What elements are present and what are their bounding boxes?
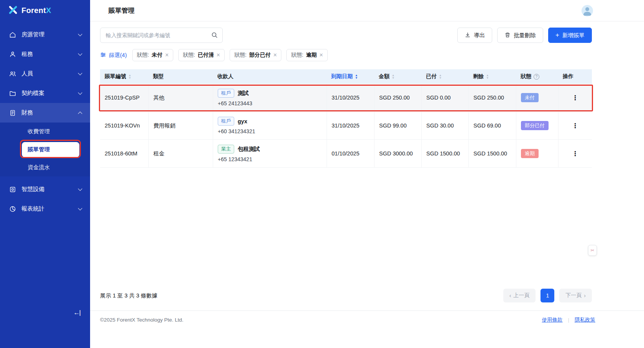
chip-value: 部分已付 (249, 52, 271, 59)
table-row[interactable]: 251018-60tM 租金 業主 包租測試 +65 12343421 01/1… (100, 140, 592, 168)
bulk-delete-button[interactable]: 批量刪除 (497, 28, 543, 43)
sidebar-item-leasing[interactable]: 租務 (0, 44, 90, 64)
prev-page-button[interactable]: ‹ 上一頁 (503, 289, 536, 302)
table-header: 賬單編號 ▲▼ 類型 收款人 到期日期 ▲▼ 金額 ▲▼ 已付 ▲▼ 剩餘 ▲▼ (100, 69, 592, 84)
floating-clip-button[interactable]: ✂ (588, 245, 597, 256)
cell-remaining: SGD 1500.00 (468, 140, 516, 167)
payee-name: 測試 (238, 90, 249, 97)
payee-phone: +65 24123443 (218, 100, 252, 106)
search-input[interactable] (100, 28, 223, 43)
page-1-button[interactable]: 1 (540, 289, 554, 302)
row-actions-button[interactable]: ⋮ (572, 122, 578, 130)
bills-table: 賬單編號 ▲▼ 類型 收款人 到期日期 ▲▼ 金額 ▲▼ 已付 ▲▼ 剩餘 ▲▼ (100, 69, 592, 168)
sidebar-item-label: 房源管理 (21, 31, 73, 38)
help-icon[interactable]: ? (534, 74, 539, 80)
sidebar-group-finance: 財務 收費管理 賬單管理 資金流水 (0, 103, 90, 176)
column-header-actions: 操作 (558, 69, 592, 84)
sidebar-item-people[interactable]: 人員 (0, 64, 90, 83)
brand-logo[interactable]: ForentX (0, 0, 90, 21)
pagination: 展示 1 至 3 共 3 條數據 ‹ 上一頁 1 下一頁 › (100, 287, 592, 304)
cell-payee: 租戶 gyx +60 341234321 (213, 112, 327, 139)
sidebar-subitem-label: 收費管理 (28, 128, 50, 135)
close-icon[interactable]: × (319, 52, 323, 58)
row-actions-button[interactable]: ⋮ (572, 94, 578, 102)
divider: | (568, 317, 569, 323)
cell-paid: SGD 30.00 (421, 112, 468, 139)
chevron-down-icon (78, 51, 82, 56)
payee-phone: +65 12343421 (218, 156, 252, 162)
column-header-paid[interactable]: 已付 ▲▼ (421, 69, 468, 84)
column-header-payee: 收款人 (213, 69, 327, 84)
next-page-button[interactable]: 下一頁 › (559, 289, 592, 302)
column-header-due-date[interactable]: 到期日期 ▲▼ (327, 69, 374, 84)
cell-payee: 業主 包租測試 +65 12343421 (213, 140, 327, 167)
column-header-bill-no[interactable]: 賬單編號 ▲▼ (100, 69, 148, 84)
status-badge: 逾期 (521, 149, 539, 158)
sidebar-item-finance[interactable]: 財務 (0, 103, 90, 123)
sidebar-item-label: 智慧設備 (21, 186, 73, 193)
device-icon (9, 186, 16, 193)
sidebar-item-reports[interactable]: 報表統計 (0, 199, 90, 219)
filter-button[interactable]: 篩選(4) (100, 52, 127, 59)
sidebar-subitem-label: 賬單管理 (28, 146, 50, 153)
document-icon (9, 109, 16, 116)
table-row[interactable]: 251019-KOVn 費用報銷 租戶 gyx +60 341234321 31… (100, 112, 592, 140)
cell-paid: SGD 1500.00 (421, 140, 468, 167)
terms-link[interactable]: 使用條款 (542, 317, 562, 323)
sort-icon: ▲▼ (128, 74, 131, 79)
toolbar: 導出 批量刪除 + 新增賬單 (100, 28, 592, 43)
person-icon (9, 51, 16, 58)
finance-submenu: 收費管理 賬單管理 資金流水 (0, 123, 90, 176)
filter-row: 篩選(4) 狀態: 未付 × 狀態: 已付清 × 狀態: 部分已付 × 狀態: … (100, 49, 592, 61)
payee-type-badge: 業主 (218, 145, 234, 154)
table-row[interactable]: 251019-CpSP 其他 租戶 測試 +65 24123443 31/10/… (100, 84, 592, 112)
column-header-amount[interactable]: 金額 ▲▼ (374, 69, 421, 84)
payee-type-badge: 租戶 (218, 117, 234, 126)
chip-field: 狀態: (183, 52, 195, 59)
page-footer: ©2025 ForentX Technology Pte. Ltd. 使用條款 … (90, 310, 644, 329)
user-icon (582, 5, 593, 16)
filter-chip-overdue: 狀態: 逾期 × (286, 49, 327, 61)
payee-phone: +60 341234321 (218, 128, 255, 134)
sort-icon: ▲▼ (439, 74, 442, 79)
cell-actions: ⋮ (558, 84, 592, 111)
pie-chart-icon (9, 206, 16, 212)
cell-payee: 租戶 測試 +65 24123443 (213, 84, 327, 111)
sidebar-item-fee-management[interactable]: 收費管理 (0, 123, 90, 141)
pagination-summary: 展示 1 至 3 共 3 條數據 (100, 292, 158, 299)
chevron-down-icon (78, 32, 82, 36)
cell-paid: SGD 0.00 (421, 84, 468, 111)
sidebar-item-cash-flow[interactable]: 資金流水 (0, 158, 90, 176)
avatar[interactable] (582, 5, 593, 16)
close-icon[interactable]: × (165, 52, 169, 58)
row-actions-button[interactable]: ⋮ (572, 150, 578, 158)
chevron-right-icon: › (584, 292, 586, 299)
add-bill-label: 新增賬單 (562, 32, 585, 39)
sidebar-item-label: 財務 (21, 109, 73, 116)
cell-due-date: 31/10/2025 (327, 84, 374, 111)
export-button[interactable]: 導出 (457, 28, 492, 43)
sidebar-collapse-button[interactable]: ←| (74, 309, 80, 317)
topbar: 賬單管理 (90, 0, 644, 21)
column-header-status: 狀態 ? (516, 69, 558, 84)
cell-status: 逾期 (516, 140, 558, 167)
status-badge: 未付 (521, 93, 539, 102)
scissors-icon: ✂ (590, 248, 594, 253)
sidebar-item-contracts[interactable]: 契約檔案 (0, 83, 90, 103)
sidebar-item-smart-devices[interactable]: 智慧設備 (0, 180, 90, 199)
column-header-remaining[interactable]: 剩餘 ▲▼ (468, 69, 516, 84)
sort-icon: ▲▼ (486, 74, 489, 79)
toolbar-actions: 導出 批量刪除 + 新增賬單 (457, 28, 592, 43)
close-icon[interactable]: × (273, 52, 277, 58)
payee-type-badge: 租戶 (218, 89, 234, 98)
bulk-delete-label: 批量刪除 (514, 32, 536, 39)
add-bill-button[interactable]: + 新增賬單 (548, 28, 592, 43)
close-icon[interactable]: × (217, 52, 220, 58)
legal-links: 使用條款 | 隱私政策 (542, 317, 595, 323)
sliders-icon (100, 52, 106, 59)
privacy-link[interactable]: 隱私政策 (575, 317, 595, 323)
cell-bill-no: 251019-KOVn (100, 112, 148, 139)
sidebar-item-bill-management[interactable]: 賬單管理 (22, 142, 79, 157)
cell-amount: SGD 99.00 (374, 112, 421, 139)
sidebar-item-properties[interactable]: 房源管理 (0, 25, 90, 44)
